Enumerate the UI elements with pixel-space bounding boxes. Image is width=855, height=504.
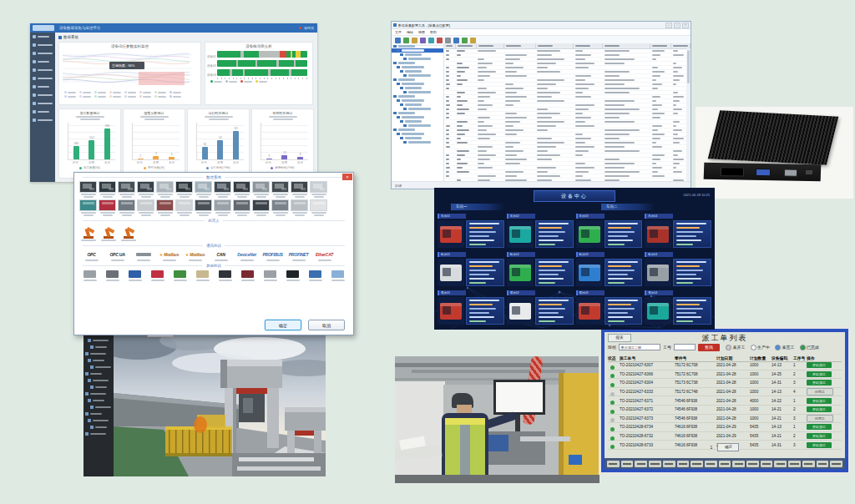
sidebar-item[interactable]	[30, 116, 55, 124]
grid-header-cell[interactable]	[650, 43, 671, 48]
column-header[interactable]: 工序号	[793, 355, 807, 360]
cnc-device-tile[interactable]	[156, 181, 174, 198]
protocol-logo-tile[interactable]	[169, 270, 190, 281]
row-action-button[interactable]: 已完工	[807, 388, 833, 396]
worker-input[interactable]	[674, 344, 696, 350]
machine-card[interactable]: 车床02	[507, 214, 574, 249]
plc-device-tile[interactable]	[291, 199, 308, 216]
toolbar-icon[interactable]	[445, 38, 451, 43]
dashboard-user[interactable]: 管理员	[304, 26, 314, 30]
protocol-logo-tile[interactable]	[282, 270, 303, 281]
function-key[interactable]	[817, 461, 829, 467]
function-key[interactable]	[663, 461, 675, 467]
function-key[interactable]	[719, 461, 731, 467]
grid-header-cell[interactable]	[603, 43, 650, 48]
legend-item[interactable]	[169, 91, 181, 93]
protocol-logo-tile[interactable]	[102, 270, 123, 281]
work-order-row[interactable]: TO-20210428-673274616 6F9382021-04-29543…	[608, 432, 842, 441]
function-key[interactable]	[621, 461, 634, 467]
sidebar-item[interactable]	[30, 41, 55, 49]
status-legend-item[interactable]: 未完工	[775, 345, 795, 350]
bar[interactable]: 886	[104, 129, 110, 159]
tag-grid[interactable]	[444, 43, 691, 182]
column-header[interactable]: 计划数量	[750, 355, 772, 360]
menu-item[interactable]: 编辑	[407, 30, 413, 34]
timeline-rows[interactable]: 设备01设备02设备03	[205, 51, 312, 76]
plc-device-tile[interactable]	[118, 199, 135, 216]
menu-item[interactable]: 视图	[418, 30, 425, 34]
close-icon[interactable]: ×	[342, 174, 352, 180]
bar[interactable]: 2	[138, 159, 144, 159]
protocol-logo-tile[interactable]	[260, 270, 281, 281]
toolbar-icon[interactable]	[395, 38, 401, 43]
protocol-logo-tile[interactable]: CAN	[209, 249, 233, 261]
machine-card[interactable]: 铣床02	[507, 252, 574, 288]
sim-tree-node[interactable]	[83, 391, 114, 397]
machine-card[interactable]: 铣床01	[438, 252, 504, 288]
legend-item[interactable]	[64, 91, 76, 93]
machine-card[interactable]: 磨床04	[645, 290, 711, 326]
bar-plot[interactable]: 296	[132, 123, 180, 160]
sim-tree-node[interactable]	[83, 384, 114, 391]
board-tab-1[interactable]: 车间一	[451, 204, 504, 210]
sim-tree-node[interactable]	[83, 417, 114, 424]
column-header[interactable]: 零件号	[675, 355, 716, 360]
page-number[interactable]: 1	[711, 445, 713, 450]
dashboard-board-tab[interactable]: 数据看板	[58, 35, 78, 39]
protocol-logo-tile[interactable]: DeviceNet	[235, 249, 259, 261]
sidebar-item[interactable]	[30, 108, 55, 116]
timeline-row[interactable]	[217, 51, 307, 58]
close-button[interactable]: ×	[682, 23, 689, 28]
bar[interactable]: 82	[233, 131, 239, 159]
protocol-logo-tile[interactable]	[124, 270, 145, 281]
toolbar-icon[interactable]	[462, 38, 468, 43]
grid-header-cell[interactable]	[456, 43, 477, 48]
function-key[interactable]	[732, 461, 745, 467]
column-header[interactable]: 派工单号	[620, 355, 675, 360]
protocol-logo-tile[interactable]	[237, 270, 258, 281]
cnc-device-tile[interactable]	[175, 181, 193, 198]
cnc-device-tile[interactable]	[252, 181, 270, 198]
sim-tree-node[interactable]	[83, 397, 114, 404]
protocol-logo-tile[interactable]	[305, 270, 326, 281]
board-tab-2[interactable]: 车间二	[601, 204, 655, 210]
plc-device-tile[interactable]	[99, 199, 116, 216]
protocol-logo-tile[interactable]: PROFIBUS	[261, 249, 285, 261]
toolbar-icon[interactable]	[453, 38, 459, 43]
toolbar-icon[interactable]	[437, 38, 443, 43]
ok-button[interactable]: 确定	[265, 320, 301, 330]
vertical-scrollbar[interactable]	[686, 48, 691, 182]
cnc-device-tile[interactable]	[118, 181, 135, 198]
menu-item[interactable]: 帮助	[430, 30, 437, 34]
plc-device-tile[interactable]	[175, 199, 193, 216]
cnc-device-tile[interactable]	[291, 181, 308, 198]
grid-header[interactable]	[444, 43, 691, 49]
work-order-row[interactable]: TO-20210428-673474616 6F9382021-04-29543…	[608, 423, 842, 432]
sim-tree-node[interactable]	[83, 357, 114, 364]
page-confirm-button[interactable]: 确定	[717, 443, 739, 451]
plc-device-tile[interactable]	[310, 199, 327, 216]
sim-object-tree[interactable]	[83, 328, 114, 476]
minimize-button[interactable]: –	[665, 23, 672, 28]
protocol-logo-tile[interactable]	[192, 270, 213, 281]
protocol-logo-tile[interactable]	[147, 270, 168, 281]
sim-tree-node[interactable]	[83, 350, 114, 357]
bar[interactable]: 386	[73, 146, 79, 159]
bar-plot[interactable]: 355582	[196, 123, 244, 160]
bar[interactable]: 552	[89, 140, 94, 159]
grid-header-cell[interactable]	[477, 43, 504, 48]
sim-tree-node[interactable]	[83, 404, 114, 411]
plc-device-tile[interactable]	[214, 199, 231, 216]
bar-plot[interactable]: 3138	[261, 123, 308, 160]
row-action-button[interactable]: 开始加工	[807, 424, 832, 430]
machine-card[interactable]: 铣床04	[645, 252, 711, 288]
line-chart[interactable]: 主轴负载 : 36%	[59, 48, 197, 87]
sim-tree-node[interactable]	[83, 370, 114, 377]
plc-device-tile[interactable]	[271, 199, 289, 216]
bar[interactable]: 3	[266, 159, 272, 159]
legend-item[interactable]	[94, 95, 106, 98]
status-legend-item[interactable]: 生产中	[751, 345, 771, 350]
bar[interactable]: 9	[153, 156, 159, 159]
legend-item[interactable]	[240, 80, 252, 83]
protocol-logo-tile[interactable]: ★Modbus	[157, 249, 181, 261]
